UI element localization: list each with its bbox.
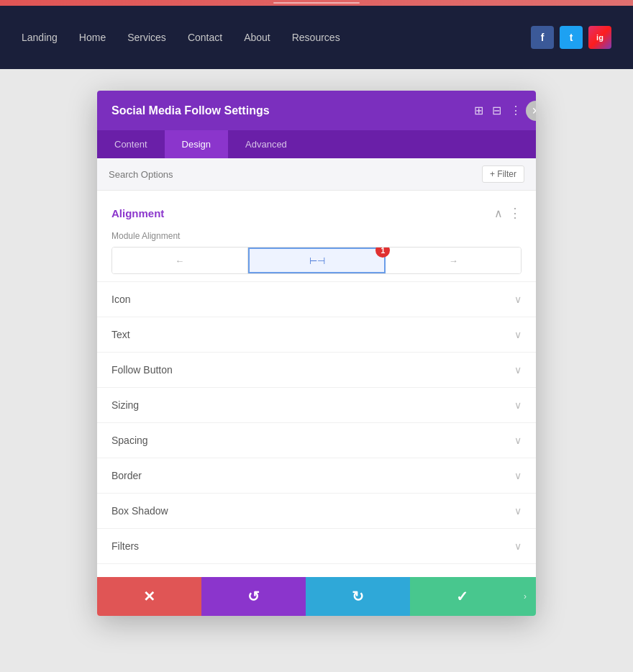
alignment-section: Alignment ∧ ⋮ Module Alignment ← ⊢⊣ 1: [97, 191, 536, 282]
accordion-transform[interactable]: Transform ∨: [97, 564, 536, 577]
accordion-icon-chevron: ∨: [514, 294, 522, 305]
reset-icon: ↺: [247, 588, 260, 605]
redo-icon: ↻: [352, 588, 364, 605]
accordion-filters[interactable]: Filters ∨: [97, 529, 536, 564]
nav-social: f t ig: [531, 26, 611, 49]
align-right-icon: →: [449, 255, 458, 266]
accordion-spacing-label: Spacing: [111, 435, 148, 446]
accordion-filters-label: Filters: [111, 540, 139, 552]
redo-button[interactable]: ↻: [306, 577, 410, 616]
accordion-border-chevron: ∨: [514, 470, 522, 481]
filter-button[interactable]: + Filter: [482, 165, 524, 183]
nav-link-services[interactable]: Services: [127, 32, 166, 43]
cancel-button[interactable]: ✕: [97, 577, 201, 616]
save-icon: ✓: [456, 588, 468, 605]
modal-content[interactable]: Alignment ∧ ⋮ Module Alignment ← ⊢⊣ 1: [97, 191, 536, 577]
align-right-option[interactable]: →: [386, 248, 521, 273]
alignment-section-header: Alignment ∧ ⋮: [111, 205, 522, 221]
accordion-follow-button[interactable]: Follow Button ∨: [97, 353, 536, 388]
module-alignment-label: Module Alignment: [111, 231, 522, 241]
search-bar: + Filter: [97, 158, 536, 191]
align-left-option[interactable]: ←: [112, 248, 248, 273]
accordion-sizing-chevron: ∨: [514, 399, 522, 411]
footer-close-button[interactable]: ›: [514, 577, 536, 616]
nav-link-contact[interactable]: Contact: [188, 32, 222, 43]
nav-link-home[interactable]: Home: [79, 32, 106, 43]
accordion-box-shadow[interactable]: Box Shadow ∨: [97, 494, 536, 529]
modal-title: Social Media Follow Settings: [111, 104, 270, 117]
alignment-options: ← ⊢⊣ 1 →: [111, 247, 522, 274]
accordion-text[interactable]: Text ∨: [97, 317, 536, 353]
accordion-box-shadow-label: Box Shadow: [111, 505, 168, 517]
social-twitter-icon[interactable]: t: [560, 26, 583, 49]
nav-links: Landing Home Services Contact About Reso…: [22, 31, 340, 44]
accordion-text-label: Text: [111, 329, 130, 340]
accordion-spacing[interactable]: Spacing ∨: [97, 423, 536, 458]
accordion-sizing-label: Sizing: [111, 399, 139, 411]
alignment-collapse-icon[interactable]: ∧: [494, 206, 503, 220]
top-bar: [0, 0, 633, 6]
social-instagram-icon[interactable]: ig: [588, 26, 611, 49]
tab-content[interactable]: Content: [97, 130, 165, 158]
page-background: ✕ Social Media Follow Settings ⊞ ⊟ ⋮ Con…: [0, 69, 633, 672]
accordion-border[interactable]: Border ∨: [97, 458, 536, 494]
align-center-option[interactable]: ⊢⊣ 1: [248, 248, 386, 273]
modal-tabs: Content Design Advanced: [97, 130, 536, 158]
alignment-section-controls: ∧ ⋮: [494, 205, 522, 221]
alignment-section-title: Alignment: [111, 207, 164, 219]
nav-bar: Landing Home Services Contact About Reso…: [0, 6, 633, 69]
modal-footer: ✕ ↺ ↻ ✓ ›: [97, 577, 536, 616]
settings-modal: ✕ Social Media Follow Settings ⊞ ⊟ ⋮ Con…: [97, 91, 536, 616]
accordion-border-label: Border: [111, 470, 142, 481]
tab-design[interactable]: Design: [165, 130, 228, 158]
tab-advanced[interactable]: Advanced: [228, 130, 304, 158]
accordion-follow-button-label: Follow Button: [111, 364, 173, 376]
cancel-icon: ✕: [143, 588, 155, 605]
accordion-box-shadow-chevron: ∨: [514, 505, 522, 517]
nav-link-about[interactable]: About: [244, 32, 270, 43]
save-button[interactable]: ✓: [410, 577, 514, 616]
modal-expand-icon[interactable]: ⊞: [474, 104, 483, 117]
nav-link-resources[interactable]: Resources: [292, 32, 340, 43]
nav-link-landing[interactable]: Landing: [22, 32, 58, 43]
accordion-icon[interactable]: Icon ∨: [97, 282, 536, 317]
accordion-follow-button-chevron: ∨: [514, 364, 522, 376]
accordion-filters-chevron: ∨: [514, 540, 522, 552]
align-center-icon: ⊢⊣: [309, 255, 325, 266]
align-left-icon: ←: [175, 255, 184, 266]
alignment-dots-icon[interactable]: ⋮: [509, 205, 522, 221]
accordion-sizing[interactable]: Sizing ∨: [97, 388, 536, 423]
social-facebook-icon[interactable]: f: [531, 26, 554, 49]
accordion-icon-label: Icon: [111, 294, 130, 305]
top-bar-line: [273, 2, 360, 4]
modal-header: Social Media Follow Settings ⊞ ⊟ ⋮: [97, 91, 536, 130]
reset-button[interactable]: ↺: [201, 577, 306, 616]
search-options-input[interactable]: [109, 169, 482, 180]
accordion-text-chevron: ∨: [514, 329, 522, 340]
accordion-spacing-chevron: ∨: [514, 435, 522, 446]
modal-menu-icon[interactable]: ⋮: [510, 104, 522, 117]
modal-columns-icon[interactable]: ⊟: [492, 104, 501, 117]
modal-header-icons: ⊞ ⊟ ⋮: [474, 104, 522, 117]
